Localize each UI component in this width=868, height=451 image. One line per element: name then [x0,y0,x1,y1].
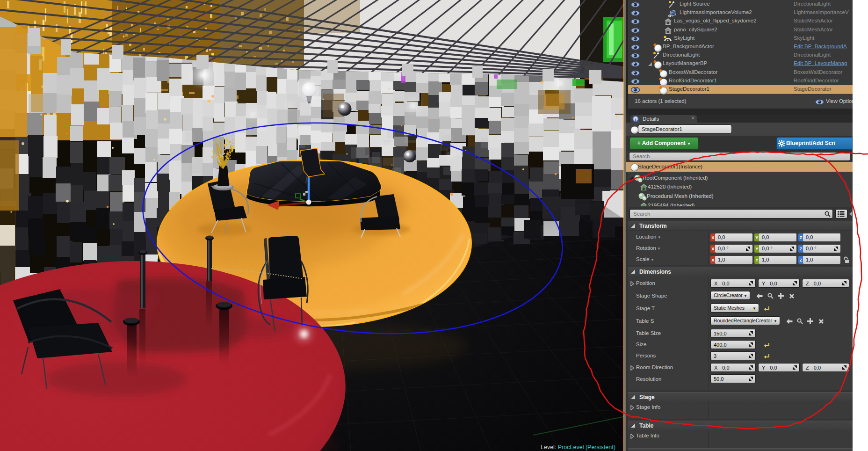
svg-text:Level: ProcLevel (Persistent): Level: ProcLevel (Persistent) [541,444,615,451]
